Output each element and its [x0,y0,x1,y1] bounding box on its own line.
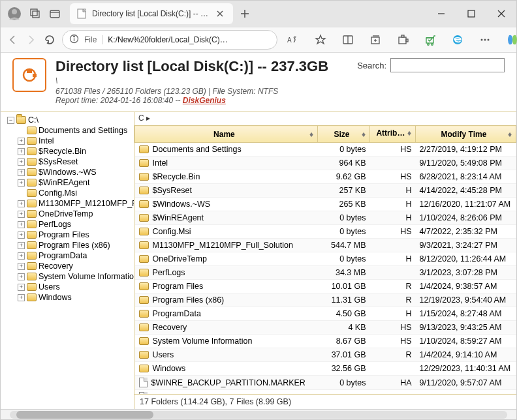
tree-item[interactable]: +Intel [18,136,134,146]
tree-item[interactable]: Config.Msi [18,188,134,198]
refresh-button[interactable] [44,29,55,50]
table-row[interactable]: M1130MFP_M1210MFP_Full_Solution544.7 MB9… [135,239,516,252]
more-icon[interactable] [476,31,494,49]
folder-tree[interactable]: − C:\ Documents and Settings+Intel+$Recy… [1,112,134,409]
tree-item[interactable]: +System Volume Informatio [18,271,134,282]
read-aloud-icon[interactable]: A» [284,31,302,49]
maximize-button[interactable] [456,1,486,27]
forward-button[interactable] [25,29,37,50]
expander-icon[interactable]: + [18,179,25,187]
scrollbar-track[interactable] [10,411,507,419]
col-attr[interactable]: Attributes♦ [370,126,416,143]
table-row[interactable]: Recovery4 KBHS9/13/2023, 9:43:25 AM [135,321,516,335]
info-icon[interactable] [69,34,79,46]
table-row[interactable]: PerfLogs34.3 MB3/1/2023, 3:07:28 PM [135,266,516,280]
tree-item[interactable]: +Program Files (x86) [18,240,134,250]
row-size: 37.01 GB [318,348,370,362]
new-tab-button[interactable] [236,5,254,23]
row-time: 9/13/2023, 9:43:25 AM [416,321,516,335]
tree-item[interactable]: +$Recycle.Bin [18,146,134,157]
table-row[interactable]: Windows32.56 GB12/29/2023, 11:40:31 AM [135,362,516,376]
table-row[interactable]: OneDriveTemp0 bytesH8/12/2020, 11:26:44 … [135,252,516,266]
tree-item[interactable]: +Program Files [18,230,134,240]
row-size: 34.3 MB [318,266,370,280]
horizontal-scrollbar[interactable] [1,409,516,419]
folder-icon [139,323,149,331]
breadcrumb[interactable]: C ▸ [134,112,516,125]
expander-icon[interactable]: + [18,221,25,228]
tree-item[interactable]: Documents and Settings [18,125,134,136]
table-row[interactable]: Program Files10.01 GBR1/4/2024, 9:38:57 … [135,280,516,293]
tree-item[interactable]: +ProgramData [18,250,134,261]
back-button[interactable] [7,29,19,50]
expander-icon[interactable]: + [18,242,25,249]
table-row[interactable]: $Recycle.Bin9.62 GBHS6/28/2021, 8:23:14 … [135,170,516,184]
table-row[interactable]: $WINRE_BACKUP_PARTITION.MARKER0 bytesHA9… [135,376,516,390]
table-row[interactable]: Program Files (x86)11.31 GBR12/19/2023, … [135,293,516,307]
extensions-icon[interactable] [394,31,412,49]
table-row[interactable]: ProgramData4.50 GBH1/15/2024, 8:27:48 AM [135,307,516,321]
close-icon[interactable] [215,8,225,19]
table-row[interactable]: Intel964 KB9/11/2020, 5:49:08 PM [135,157,516,170]
search-input[interactable] [390,58,505,72]
collections-icon[interactable] [366,31,384,49]
expander-icon[interactable]: + [18,263,25,270]
tree-item[interactable]: +Users [18,282,134,292]
tree-item[interactable]: +OneDriveTemp [18,209,134,219]
split-screen-icon[interactable] [339,31,357,49]
col-time[interactable]: Modify Time♦ [416,126,516,143]
expander-icon[interactable]: + [18,169,25,176]
sort-icon: ♦ [407,128,411,138]
table-row[interactable]: $WinREAgent0 bytesH1/10/2024, 8:26:06 PM [135,211,516,225]
tree-root[interactable]: − C:\ [7,115,134,125]
table-scroll[interactable]: Name♦ Size♦ Attributes♦ Modify Time♦ Doc… [134,125,516,394]
shopping-icon[interactable] [421,31,439,49]
expander-icon[interactable]: + [18,252,25,260]
minimize-button[interactable] [426,1,456,27]
expander-icon[interactable]: − [7,117,14,124]
tree-item[interactable]: +$SysReset [18,157,134,167]
table-row[interactable]: Config.Msi0 bytesHS4/7/2022, 2:35:32 PM [135,225,516,239]
expander-icon[interactable]: + [18,148,25,155]
table-row[interactable]: $Windows.~WS265 KBH12/16/2020, 11:21:07 … [135,198,516,211]
tree-item[interactable]: +PerfLogs [18,219,134,230]
tree-item[interactable]: +Recovery [18,261,134,271]
col-size[interactable]: Size♦ [318,126,370,143]
row-size: 0 bytes [318,211,370,225]
profile-icon[interactable] [7,7,22,21]
row-attr: HS [370,143,416,157]
expander-icon[interactable]: + [18,294,25,301]
table-row[interactable]: Users37.01 GBR1/4/2024, 9:14:10 AM [135,348,516,362]
copilot-icon[interactable] [503,31,517,49]
tree-item-label: Documents and Settings [39,126,127,135]
table-row[interactable]: Documents and Settings0 bytesHS2/27/2019… [135,143,516,157]
expander-icon[interactable]: + [18,200,25,207]
expander-icon[interactable]: + [18,273,25,280]
diskgenius-link[interactable]: DiskGenius [183,96,226,105]
folder-icon [139,282,149,290]
folder-icon [139,214,149,222]
col-name[interactable]: Name♦ [135,126,318,143]
ie-mode-icon[interactable] [448,31,467,49]
expander-icon[interactable]: + [18,284,25,291]
tree-item[interactable]: +Windows [18,292,134,303]
tab-actions-icon[interactable] [49,8,61,20]
url-box[interactable]: File K:/New%20folder/Local_Disk(C)%2... [62,30,277,50]
svg-rect-40 [33,74,37,77]
expander-icon[interactable]: + [18,158,25,166]
table-row[interactable]: System Volume Information8.67 GBHS1/10/2… [135,335,516,348]
tree-item[interactable]: +M1130MFP_M1210MFP_Fu [18,198,134,209]
scrollbar-thumb[interactable] [16,411,153,419]
expander-icon[interactable]: + [18,138,25,145]
expander-icon[interactable]: + [18,211,25,218]
browser-tab[interactable]: Directory list [Local Disk(C:)] -- 2… [70,3,233,24]
close-button[interactable] [486,1,516,27]
row-size: 32.56 GB [318,362,370,376]
favorite-icon[interactable] [311,31,330,49]
tree-item[interactable]: +$WinREAgent [18,177,134,188]
table-row[interactable]: $SysReset257 KBH4/14/2022, 4:45:28 PM [135,184,516,198]
folder-icon [139,159,149,167]
workspaces-icon[interactable] [29,8,41,20]
tree-item[interactable]: +$Windows.~WS [18,167,134,177]
expander-icon[interactable]: + [18,232,25,239]
